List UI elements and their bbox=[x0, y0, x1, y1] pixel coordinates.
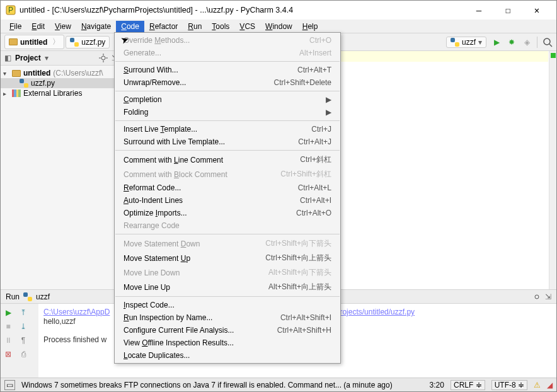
menu-item-configure-current-file-analysis[interactable]: Configure Current File Analysis...Ctrl+A… bbox=[115, 324, 340, 337]
close-run-button[interactable]: ⊠ bbox=[3, 349, 13, 359]
hide-icon[interactable]: ⇲ bbox=[545, 292, 551, 301]
tree-file[interactable]: uzzf.py bbox=[1, 78, 122, 88]
notification-indicator[interactable]: ◢ bbox=[547, 381, 553, 389]
project-dropdown-icon[interactable]: ◧ bbox=[4, 54, 11, 62]
menu-edit[interactable]: Edit bbox=[26, 21, 50, 32]
gear-icon[interactable] bbox=[99, 54, 108, 62]
menu-navigate[interactable]: Navigate bbox=[76, 21, 116, 32]
maximize-button[interactable]: ☐ bbox=[493, 1, 522, 20]
menu-item-locate-duplicates[interactable]: Locate Duplicates... bbox=[115, 349, 340, 362]
menu-item-move-statement-up[interactable]: Move Statement UpCtrl+Shift+向上箭头 bbox=[115, 251, 340, 265]
menubar: FileEditViewNavigateCodeRefactorRunTools… bbox=[1, 20, 556, 33]
gear-icon[interactable] bbox=[532, 292, 541, 301]
menu-view[interactable]: View bbox=[50, 21, 76, 32]
console-line-3: Process finished w bbox=[43, 335, 106, 344]
folder-icon bbox=[9, 38, 18, 45]
breadcrumb-project[interactable]: untitled 〉 bbox=[4, 35, 64, 49]
menu-window[interactable]: Window bbox=[260, 21, 297, 32]
tree-root[interactable]: ▾ untitled (C:\Users\uzzf\ bbox=[1, 68, 122, 78]
menu-item-reformat-code[interactable]: Reformat Code...Ctrl+Alt+L bbox=[115, 182, 340, 194]
scroll-down-button[interactable]: ⤓ bbox=[18, 321, 28, 331]
chevron-down-icon[interactable]: ▾ bbox=[45, 54, 49, 62]
debug-button[interactable]: ✸ bbox=[507, 37, 517, 47]
menu-help[interactable]: Help bbox=[297, 21, 323, 32]
tree-file-label: uzzf.py bbox=[31, 79, 55, 88]
editor-marker-gutter bbox=[549, 51, 556, 289]
rerun-button[interactable]: ▶ bbox=[3, 308, 13, 318]
breadcrumb-file[interactable]: uzzf.py bbox=[66, 36, 110, 49]
menu-item-run-inspection-by-name[interactable]: Run Inspection by Name...Ctrl+Alt+Shift+… bbox=[115, 311, 340, 324]
python-icon bbox=[23, 292, 32, 301]
statusbar: ▭ Windows 7 sometimes breaks FTP connect… bbox=[1, 378, 556, 391]
run-config-name: uzzf bbox=[462, 38, 476, 47]
menu-separator bbox=[115, 296, 340, 297]
statusbar-icon[interactable]: ▭ bbox=[4, 380, 15, 390]
menu-run[interactable]: Run bbox=[183, 21, 207, 32]
caret-position: 3:20 bbox=[430, 381, 444, 389]
menu-vcs[interactable]: VCS bbox=[234, 21, 260, 32]
pane-title: Project bbox=[15, 54, 41, 62]
python-icon bbox=[20, 79, 28, 88]
tree-toggle-icon[interactable]: ▾ bbox=[3, 70, 9, 77]
app-icon: P bbox=[6, 5, 16, 15]
breadcrumb-project-label: untitled bbox=[20, 38, 47, 47]
menu-item-unwrap-remove[interactable]: Unwrap/Remove...Ctrl+Shift+Delete bbox=[115, 76, 340, 89]
menu-item-override-methods: Override Methods...Ctrl+O bbox=[115, 34, 340, 47]
run-config-selector[interactable]: uzzf ▾ bbox=[446, 37, 486, 48]
stop-button[interactable]: ■ bbox=[3, 321, 13, 331]
project-pane-header[interactable]: ◧ Project ▾ ⇲ bbox=[1, 51, 122, 66]
library-icon bbox=[12, 89, 21, 97]
tree-root-path: (C:\Users\uzzf\ bbox=[53, 69, 103, 78]
breadcrumb-file-label: uzzf.py bbox=[81, 38, 105, 47]
folder-icon bbox=[12, 70, 21, 77]
menu-item-optimize-imports[interactable]: Optimize Imports...Ctrl+Alt+O bbox=[115, 207, 340, 219]
inspection-indicator[interactable]: ⚠ bbox=[534, 381, 541, 389]
pause-button[interactable]: ⏸ bbox=[3, 335, 13, 345]
tree-external-libraries[interactable]: ▸ External Libraries bbox=[1, 88, 122, 98]
tree-toggle-icon[interactable]: ▸ bbox=[3, 90, 9, 97]
run-gutter: ▶ ■ ⏸ ⊠ ⤒ ⤓ ¶ ⎙ bbox=[1, 304, 38, 378]
search-icon[interactable] bbox=[543, 37, 553, 47]
menu-item-insert-live-template[interactable]: Insert Live Template...Ctrl+J bbox=[115, 123, 340, 135]
svg-point-2 bbox=[544, 38, 550, 45]
svg-point-9 bbox=[535, 295, 539, 299]
status-message: Windows 7 sometimes breaks FTP connectio… bbox=[21, 381, 423, 389]
menu-item-surround-with-live-template[interactable]: Surround with Live Template...Ctrl+Alt+J bbox=[115, 135, 340, 148]
analysis-ok-icon[interactable] bbox=[551, 53, 556, 58]
menu-tools[interactable]: Tools bbox=[207, 21, 234, 32]
menu-refactor[interactable]: Refactor bbox=[144, 21, 183, 32]
svg-line-3 bbox=[549, 44, 552, 47]
soft-wrap-button[interactable]: ¶ bbox=[18, 335, 28, 345]
menu-item-auto-indent-lines[interactable]: Auto-Indent LinesCtrl+Alt+I bbox=[115, 194, 340, 207]
menu-item-completion[interactable]: Completion▶ bbox=[115, 93, 340, 106]
menu-separator bbox=[115, 120, 340, 121]
menu-item-inspect-code[interactable]: Inspect Code... bbox=[115, 299, 340, 311]
menu-item-move-line-up[interactable]: Move Line UpAlt+Shift+向上箭头 bbox=[115, 280, 340, 294]
minimize-button[interactable]: — bbox=[464, 1, 493, 20]
close-button[interactable]: ✕ bbox=[522, 1, 551, 20]
menu-item-comment-with-line-comment[interactable]: Comment with Line CommentCtrl+斜杠 bbox=[115, 153, 340, 167]
tree-root-label: untitled bbox=[23, 69, 50, 78]
svg-text:P: P bbox=[8, 6, 13, 14]
run-tab-label[interactable]: Run bbox=[6, 292, 20, 301]
scroll-up-button[interactable]: ⤒ bbox=[18, 308, 28, 318]
project-pane: ◧ Project ▾ ⇲ ▾ untitled (C:\Users\uzzf\… bbox=[1, 51, 122, 289]
run-button[interactable]: ▶ bbox=[491, 37, 502, 47]
menu-file[interactable]: File bbox=[4, 21, 26, 32]
code-menu-popup: Override Methods...Ctrl+OGenerate...Alt+… bbox=[114, 32, 341, 364]
chevron-right-icon: 〉 bbox=[52, 37, 60, 47]
print-button[interactable]: ⎙ bbox=[18, 349, 28, 359]
titlebar: P untitled - [C:\Users\uzzf\PycharmProje… bbox=[1, 1, 556, 20]
console-path-start: C:\Users\uzzf\AppD bbox=[43, 308, 110, 316]
menu-item-folding[interactable]: Folding▶ bbox=[115, 106, 340, 118]
menu-item-view-offline-inspection-results[interactable]: View Offline Inspection Results... bbox=[115, 337, 340, 349]
svg-point-4 bbox=[101, 56, 105, 60]
line-separator[interactable]: CRLF ≑ bbox=[451, 380, 485, 390]
coverage-button[interactable]: ◈ bbox=[522, 37, 532, 47]
file-encoding[interactable]: UTF-8 ≑ bbox=[491, 380, 527, 390]
chevron-down-icon: ▾ bbox=[478, 38, 482, 47]
menu-separator bbox=[115, 150, 340, 151]
menu-code[interactable]: Code bbox=[116, 21, 144, 32]
menu-item-surround-with[interactable]: Surround With...Ctrl+Alt+T bbox=[115, 64, 340, 76]
menu-item-generate: Generate...Alt+Insert bbox=[115, 47, 340, 59]
